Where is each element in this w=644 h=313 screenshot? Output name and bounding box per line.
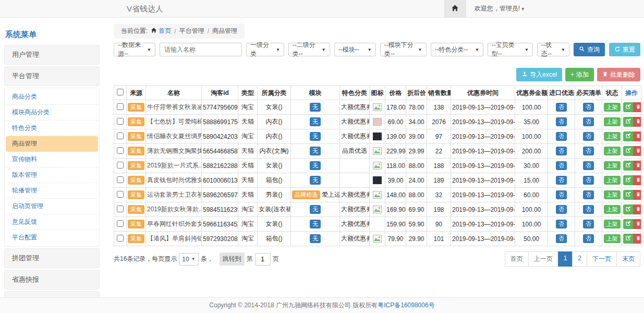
sidebar-item-平台配置[interactable]: 平台配置 bbox=[6, 230, 98, 245]
page-button-下一页[interactable]: 下一页 bbox=[587, 251, 617, 267]
row-checkbox[interactable] bbox=[117, 206, 124, 212]
import-select-toggle[interactable]: 否 bbox=[556, 220, 567, 228]
page-button-1[interactable]: 1 bbox=[558, 251, 573, 267]
must-buy-toggle[interactable]: 否 bbox=[583, 205, 594, 214]
row-checkbox[interactable] bbox=[117, 147, 124, 154]
edit-button[interactable] bbox=[623, 175, 633, 185]
sidebar-section-平台管理[interactable]: 平台管理 bbox=[4, 66, 100, 86]
status-badge[interactable]: 上架 bbox=[604, 205, 621, 214]
filter-input-name[interactable] bbox=[160, 43, 242, 56]
delete-button[interactable] bbox=[633, 117, 641, 127]
must-buy-toggle[interactable]: 否 bbox=[583, 117, 594, 126]
import-select-toggle[interactable]: 否 bbox=[556, 132, 567, 141]
import-select-toggle[interactable]: 否 bbox=[556, 117, 567, 126]
status-badge[interactable]: 上架 bbox=[604, 190, 621, 199]
batch-delete-button[interactable]: 批量删除 bbox=[597, 68, 640, 81]
breadcrumb-item-goods[interactable]: 商品管理 bbox=[212, 27, 237, 35]
jump-page-input[interactable] bbox=[255, 253, 271, 266]
filter-select-level1-category[interactable]: 一级分类▼ bbox=[246, 43, 284, 56]
delete-button[interactable] bbox=[633, 102, 641, 112]
edit-button[interactable] bbox=[623, 117, 633, 127]
edit-button[interactable] bbox=[623, 204, 633, 214]
status-badge[interactable]: 上架 bbox=[604, 147, 621, 155]
row-checkbox[interactable] bbox=[117, 176, 124, 183]
sidebar-item-商品分类[interactable]: 商品分类 bbox=[6, 89, 98, 105]
import-select-toggle[interactable]: 否 bbox=[556, 103, 567, 112]
delete-button[interactable] bbox=[633, 146, 641, 156]
sidebar-item-轮播管理[interactable]: 轮播管理 bbox=[6, 183, 98, 199]
sidebar-item-特色分类[interactable]: 特色分类 bbox=[6, 121, 98, 136]
edit-button[interactable] bbox=[623, 146, 633, 156]
delete-button[interactable] bbox=[633, 175, 641, 185]
row-checkbox[interactable] bbox=[117, 118, 124, 125]
import-select-toggle[interactable]: 否 bbox=[556, 176, 567, 185]
edit-button[interactable] bbox=[623, 190, 633, 200]
delete-button[interactable] bbox=[633, 190, 641, 200]
row-checkbox[interactable] bbox=[117, 103, 124, 110]
user-menu[interactable]: 欢迎您，管理员! ▾ bbox=[466, 4, 644, 13]
filter-select-module-sub-category[interactable]: --模块下分类--▼ bbox=[380, 43, 427, 56]
delete-button[interactable] bbox=[633, 161, 641, 171]
import-excel-button[interactable]: 导入excel bbox=[516, 68, 562, 81]
search-button[interactable]: 查询 bbox=[574, 43, 605, 56]
import-select-toggle[interactable]: 否 bbox=[556, 234, 567, 243]
edit-button[interactable] bbox=[623, 161, 633, 171]
edit-button[interactable] bbox=[623, 219, 633, 229]
sidebar-item-意见反馈[interactable]: 意见反馈 bbox=[6, 214, 98, 230]
sidebar-section-用户管理[interactable]: 用户管理 bbox=[4, 45, 100, 65]
must-buy-toggle[interactable]: 否 bbox=[583, 132, 594, 141]
sidebar-item-启动页管理[interactable]: 启动页管理 bbox=[6, 199, 98, 214]
must-buy-toggle[interactable]: 否 bbox=[583, 161, 594, 170]
page-button-2[interactable]: 2 bbox=[572, 251, 587, 267]
page-button-上一页[interactable]: 上一页 bbox=[528, 251, 558, 267]
sidebar-item-模块商品分类[interactable]: 模块商品分类 bbox=[6, 105, 98, 121]
status-badge[interactable]: 上架 bbox=[604, 117, 621, 126]
status-badge[interactable]: 上架 bbox=[604, 103, 621, 112]
status-badge[interactable]: 上架 bbox=[604, 161, 621, 170]
filter-select-item-type[interactable]: --宝贝类型--▼ bbox=[488, 43, 533, 56]
status-badge[interactable]: 上架 bbox=[604, 176, 621, 185]
filter-select-module[interactable]: --模块--▼ bbox=[334, 43, 376, 56]
sidebar-item-商品管理[interactable]: 商品管理 bbox=[6, 136, 98, 152]
import-select-toggle[interactable]: 否 bbox=[556, 161, 567, 170]
status-badge[interactable]: 上架 bbox=[604, 220, 621, 228]
filter-select-level2-category[interactable]: --二级分类--▼ bbox=[288, 43, 330, 56]
must-buy-toggle[interactable]: 否 bbox=[583, 176, 594, 185]
filter-select-data-source[interactable]: --数据来源--▼ bbox=[114, 43, 155, 56]
sidebar-item-版本管理[interactable]: 版本管理 bbox=[6, 167, 98, 183]
sidebar-section-省惠快报[interactable]: 省惠快报 bbox=[4, 270, 100, 290]
row-checkbox[interactable] bbox=[117, 191, 124, 198]
delete-button[interactable] bbox=[633, 204, 641, 214]
select-all-checkbox[interactable] bbox=[117, 89, 124, 95]
row-checkbox[interactable] bbox=[117, 220, 124, 227]
filter-select-feature-category[interactable]: --特色分类--▼ bbox=[431, 43, 483, 56]
row-checkbox[interactable] bbox=[117, 133, 124, 139]
breadcrumb-home-link[interactable]: 首页 bbox=[151, 27, 171, 35]
sidebar-section-消息管理[interactable]: 消息管理 bbox=[4, 291, 100, 297]
status-badge[interactable]: 上架 bbox=[604, 234, 621, 243]
breadcrumb-item-platform[interactable]: 平台管理 bbox=[179, 27, 204, 35]
add-button[interactable]: + 添加 bbox=[565, 68, 594, 81]
delete-button[interactable] bbox=[633, 219, 641, 229]
row-checkbox[interactable] bbox=[117, 235, 124, 242]
sidebar-item-宣传物料[interactable]: 宣传物料 bbox=[6, 152, 98, 167]
icp-link[interactable]: 粤ICP备16098006号 bbox=[378, 301, 434, 310]
must-buy-toggle[interactable]: 否 bbox=[583, 234, 594, 243]
reset-button[interactable]: 重置 bbox=[609, 43, 640, 56]
edit-button[interactable] bbox=[623, 234, 633, 244]
per-page-select[interactable]: 10 ▼ bbox=[179, 253, 198, 266]
must-buy-toggle[interactable]: 否 bbox=[583, 103, 594, 112]
edit-button[interactable] bbox=[623, 102, 633, 112]
import-select-toggle[interactable]: 否 bbox=[556, 190, 567, 199]
delete-button[interactable] bbox=[633, 131, 641, 141]
row-checkbox[interactable] bbox=[117, 162, 124, 168]
must-buy-toggle[interactable]: 否 bbox=[583, 190, 594, 199]
home-button[interactable] bbox=[444, 0, 466, 17]
status-badge[interactable]: 上架 bbox=[604, 132, 621, 141]
page-button-首页[interactable]: 首页 bbox=[505, 251, 529, 267]
filter-select-status[interactable]: --状态--▼ bbox=[537, 43, 569, 56]
must-buy-toggle[interactable]: 否 bbox=[583, 220, 594, 228]
import-select-toggle[interactable]: 否 bbox=[556, 147, 567, 155]
sidebar-section-拼团管理[interactable]: 拼团管理 bbox=[4, 248, 100, 268]
must-buy-toggle[interactable]: 否 bbox=[583, 147, 594, 155]
